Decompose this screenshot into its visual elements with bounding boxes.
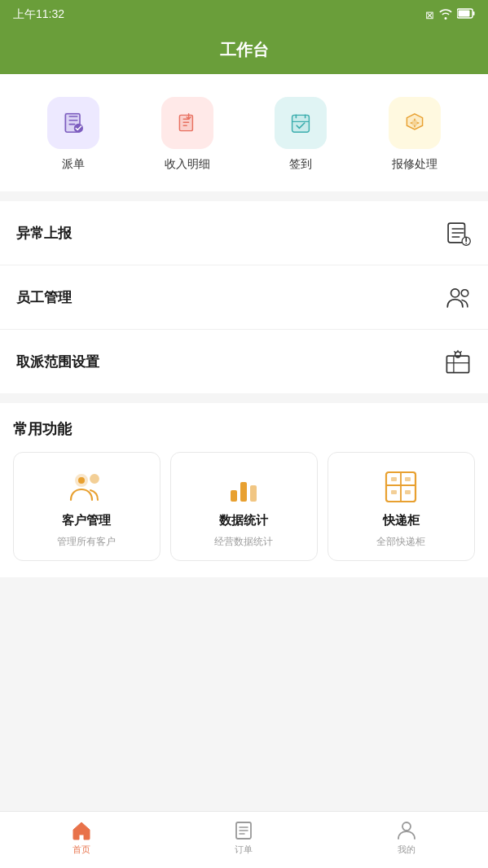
- home-nav-label: 首页: [73, 844, 90, 856]
- customer-icon: [67, 467, 106, 506]
- orders-icon: [233, 820, 254, 841]
- nav-item-orders[interactable]: 订单: [211, 820, 276, 856]
- checkin-label: 签到: [289, 157, 312, 172]
- customer-card-subtitle: 管理所有客户: [57, 535, 116, 549]
- svg-rect-25: [391, 477, 397, 481]
- svg-point-12: [451, 289, 459, 297]
- zone-icon: [444, 348, 472, 375]
- svg-rect-28: [405, 490, 411, 494]
- dispatch-icon-box: [47, 97, 99, 149]
- svg-point-8: [412, 121, 417, 125]
- status-time: 上午11:32: [13, 7, 64, 22]
- locker-icon: [381, 467, 420, 506]
- battery-icon: [457, 8, 475, 21]
- status-bar: 上午11:32 ⊠: [0, 0, 488, 29]
- locker-card-title: 快递柜: [383, 513, 420, 528]
- income-icon-box: [161, 97, 213, 149]
- quick-icon-dispatch[interactable]: 派单: [47, 97, 99, 172]
- common-section-title: 常用功能: [13, 419, 475, 439]
- repair-label: 报修处理: [392, 157, 437, 172]
- wifi-icon: [439, 8, 452, 22]
- header: 工作台: [0, 29, 488, 74]
- menu-item-zone[interactable]: 取派范围设置: [0, 330, 488, 393]
- mine-icon: [396, 820, 417, 841]
- quick-icon-repair[interactable]: 报修处理: [389, 97, 441, 172]
- quick-icons-section: 派单 收入明细: [0, 74, 488, 191]
- data-card-title: 数据统计: [219, 513, 268, 528]
- mine-nav-label: 我的: [398, 844, 415, 856]
- svg-point-18: [90, 475, 99, 483]
- common-card-customer[interactable]: 客户管理 管理所有客户: [13, 452, 160, 561]
- menu-section: 异常上报 员工管理 取派范围设置: [0, 201, 488, 393]
- svg-rect-1: [459, 11, 470, 17]
- common-card-locker[interactable]: 快递柜 全部快递柜: [328, 452, 475, 561]
- bottom-nav: 首页 订单 我的: [0, 811, 488, 868]
- common-card-data[interactable]: 数据统计 经营数据统计: [170, 452, 318, 561]
- common-grid: 客户管理 管理所有客户 数据统计 经营数据统计: [13, 452, 475, 564]
- nav-item-home[interactable]: 首页: [49, 820, 114, 856]
- svg-rect-14: [446, 356, 468, 372]
- menu-item-employee[interactable]: 员工管理: [0, 265, 488, 330]
- svg-rect-19: [231, 490, 237, 502]
- svg-rect-26: [405, 477, 411, 481]
- svg-point-13: [461, 290, 468, 297]
- svg-rect-27: [391, 490, 397, 494]
- status-icons: ⊠: [425, 8, 475, 22]
- menu-item-exception[interactable]: 异常上报: [0, 201, 488, 265]
- quick-icon-income[interactable]: 收入明细: [161, 97, 213, 172]
- svg-point-30: [402, 822, 411, 831]
- svg-rect-21: [250, 485, 257, 502]
- exception-label: 异常上报: [16, 224, 72, 243]
- zone-label: 取派范围设置: [16, 353, 99, 371]
- income-label: 收入明细: [165, 157, 210, 172]
- employee-icon: [444, 283, 472, 311]
- header-title: 工作台: [220, 41, 269, 59]
- svg-rect-20: [240, 482, 247, 502]
- data-stats-icon: [224, 467, 263, 506]
- svg-point-17: [78, 477, 85, 484]
- exception-icon: [444, 219, 472, 247]
- sim-icon: ⊠: [425, 9, 434, 21]
- home-icon: [71, 820, 92, 841]
- main-content: 派单 收入明细: [0, 74, 488, 642]
- svg-rect-6: [292, 115, 310, 132]
- orders-nav-label: 订单: [235, 844, 253, 856]
- repair-icon-box: [389, 97, 441, 149]
- data-card-subtitle: 经营数据统计: [214, 535, 273, 549]
- customer-card-title: 客户管理: [62, 513, 111, 528]
- dispatch-label: 派单: [62, 157, 85, 172]
- employee-label: 员工管理: [16, 288, 72, 307]
- svg-point-11: [465, 243, 467, 244]
- quick-icon-checkin[interactable]: 签到: [275, 97, 327, 172]
- nav-item-mine[interactable]: 我的: [374, 820, 439, 856]
- svg-rect-2: [473, 11, 475, 15]
- checkin-icon-box: [275, 97, 327, 149]
- common-section: 常用功能 客户管理 管理所有客户 数据统计: [0, 403, 488, 577]
- locker-card-subtitle: 全部快递柜: [376, 535, 425, 549]
